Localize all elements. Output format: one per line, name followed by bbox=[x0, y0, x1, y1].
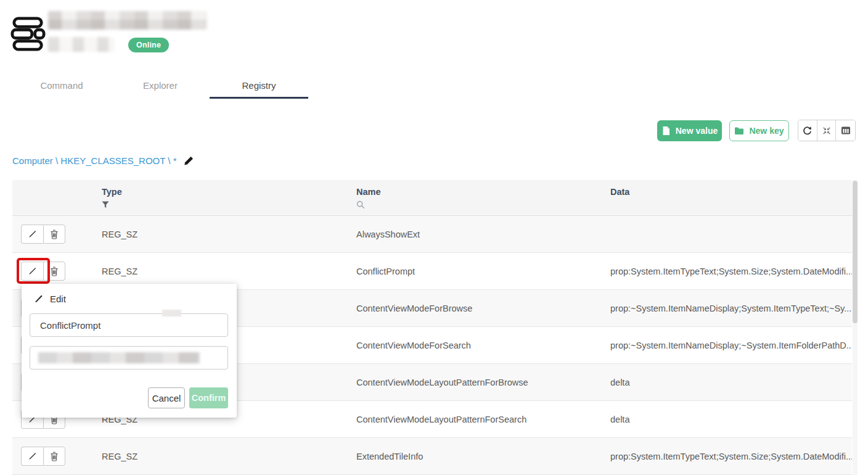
file-icon bbox=[661, 126, 671, 136]
confirm-button[interactable]: Confirm bbox=[189, 387, 228, 408]
trash-icon bbox=[50, 229, 59, 239]
value-type: REG_SZ bbox=[102, 452, 356, 461]
grid-tools-button-group bbox=[798, 120, 856, 141]
edit-value-button[interactable] bbox=[21, 447, 43, 466]
trash-icon bbox=[50, 266, 59, 276]
value-data: prop:System.ItemTypeText;System.Size;Sys… bbox=[610, 266, 852, 276]
status-badge: Online bbox=[128, 38, 169, 52]
breadcrumb: Computer \ HKEY_CLASSES_ROOT \ * bbox=[12, 155, 194, 166]
tab-explorer[interactable]: Explorer bbox=[111, 76, 210, 97]
redacted-input-label bbox=[162, 310, 181, 316]
edit-value-button[interactable] bbox=[21, 262, 43, 281]
pencil-icon bbox=[34, 294, 43, 304]
tab-registry[interactable]: Registry bbox=[210, 76, 308, 97]
pencil-icon bbox=[28, 452, 37, 461]
table-columns-button[interactable] bbox=[836, 120, 855, 141]
new-key-label: New key bbox=[749, 126, 784, 136]
value-data: prop:~System.ItemNameDisplay;System.Item… bbox=[610, 304, 852, 313]
value-data: prop:~System.ItemNameDisplay;~System.Ite… bbox=[610, 341, 852, 350]
redacted-client-title bbox=[48, 11, 207, 30]
value-name: AlwaysShowExt bbox=[356, 229, 610, 239]
compress-icon bbox=[822, 126, 832, 136]
table-row: REG_SZ AlwaysShowExt bbox=[12, 216, 852, 253]
value-name: ContentViewModeLayoutPatternForBrowse bbox=[356, 378, 610, 387]
delete-value-button[interactable] bbox=[43, 262, 65, 281]
new-value-button[interactable]: New value bbox=[657, 120, 722, 141]
modal-title: Edit bbox=[34, 294, 66, 304]
tab-bar: Command Explorer Registry bbox=[12, 76, 308, 97]
value-name: ContentViewModeForBrowse bbox=[356, 304, 610, 313]
value-name: ExtendedTileInfo bbox=[356, 452, 610, 461]
value-data: delta bbox=[610, 415, 852, 424]
scrollbar-thumb[interactable] bbox=[853, 181, 858, 323]
edit-value-button[interactable] bbox=[21, 225, 43, 244]
type-column-header: Type bbox=[102, 180, 356, 215]
delete-value-button[interactable] bbox=[43, 447, 65, 466]
registry-page: Online Command Explorer Registry New val… bbox=[0, 0, 868, 475]
delete-value-button[interactable] bbox=[43, 225, 65, 244]
active-tab-indicator bbox=[210, 97, 308, 99]
value-data: delta bbox=[610, 378, 852, 387]
table-columns-icon bbox=[841, 126, 851, 135]
value-name: ContentViewModeForSearch bbox=[356, 341, 610, 350]
redacted-client-subtitle bbox=[48, 37, 115, 52]
tab-command[interactable]: Command bbox=[12, 76, 111, 97]
table-header-row: Type Name Data bbox=[12, 180, 852, 216]
cancel-button[interactable]: Cancel bbox=[148, 387, 185, 408]
value-type: REG_SZ bbox=[102, 266, 356, 276]
new-value-label: New value bbox=[676, 126, 718, 136]
value-type: REG_SZ bbox=[102, 229, 356, 239]
name-column-header: Name bbox=[356, 180, 610, 215]
redacted-input-value bbox=[38, 352, 200, 363]
compress-button[interactable] bbox=[817, 120, 837, 141]
folder-icon bbox=[734, 126, 744, 135]
data-column-header: Data bbox=[610, 180, 852, 215]
table-row: REG_SZ ExtendedTileInfo prop:System.Item… bbox=[12, 438, 852, 475]
value-name: ConflictPrompt bbox=[356, 266, 610, 276]
registry-path-link[interactable]: Computer \ HKEY_CLASSES_ROOT \ * bbox=[12, 155, 177, 166]
pencil-icon bbox=[28, 266, 37, 276]
value-name: ContentViewModeLayoutPatternForSearch bbox=[356, 415, 610, 424]
search-icon[interactable] bbox=[356, 200, 610, 211]
refresh-icon bbox=[802, 125, 813, 136]
trash-icon bbox=[50, 452, 59, 461]
edit-value-modal: Edit Cancel Confirm bbox=[22, 284, 237, 418]
new-key-button[interactable]: New key bbox=[729, 120, 789, 141]
value-data: prop:System.ItemTypeText;System.Size;Sys… bbox=[610, 452, 852, 461]
table-scrollbar[interactable] bbox=[853, 180, 858, 475]
pencil-icon bbox=[28, 229, 37, 239]
value-name-input[interactable] bbox=[30, 313, 228, 337]
filter-icon[interactable] bbox=[102, 200, 356, 210]
actions-column-header bbox=[12, 180, 102, 215]
app-logo-icon bbox=[10, 17, 46, 51]
edit-path-icon[interactable] bbox=[184, 155, 194, 166]
refresh-button[interactable] bbox=[798, 120, 817, 141]
